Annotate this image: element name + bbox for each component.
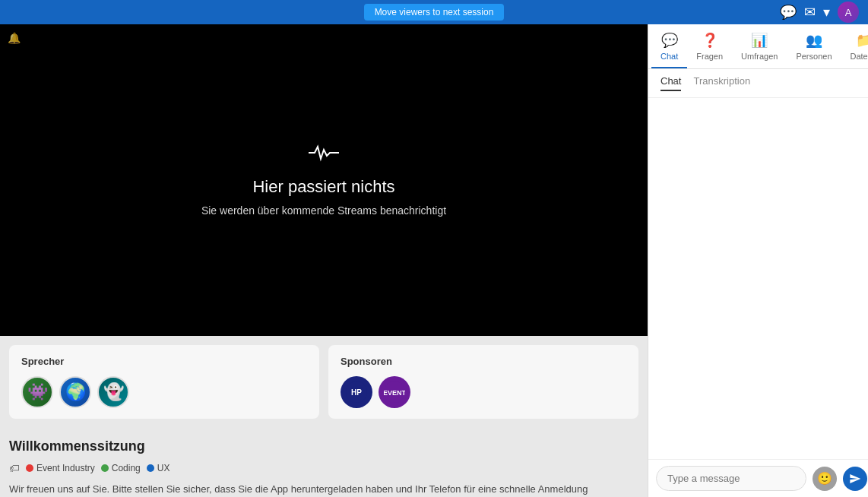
tag-coding[interactable]: Coding: [101, 463, 141, 473]
avatar[interactable]: A: [838, 2, 859, 23]
emoji-button[interactable]: 🙂: [813, 467, 837, 491]
video-title: Hier passiert nichts: [252, 177, 394, 197]
pulse-icon: [309, 144, 339, 165]
left-panel: 🔔 Hier passiert nichts Sie werden über k…: [0, 24, 648, 497]
umfragen-tab-icon: 📊: [751, 32, 768, 49]
session-title: Willkommenssitzung: [9, 438, 638, 454]
tag-dot-red: [26, 464, 33, 472]
umfragen-tab-label: Umfragen: [741, 52, 778, 61]
tab-chat[interactable]: 💬 Chat: [651, 24, 687, 68]
personen-tab-icon: 👥: [806, 32, 822, 49]
tag-label-event: Event Industry: [36, 463, 95, 473]
chat-input[interactable]: [656, 466, 806, 491]
move-viewers-button[interactable]: Move viewers to next session: [364, 4, 505, 21]
sponsor-logo-1[interactable]: HP: [341, 376, 372, 408]
sponsors-card: Sponsoren HP EVENT: [328, 345, 638, 419]
tags-row: 🏷 Event Industry Coding UX: [9, 462, 638, 474]
tag-ux[interactable]: UX: [147, 463, 170, 473]
svg-text:EVENT: EVENT: [384, 389, 405, 397]
chat-subtab-chat[interactable]: Chat: [661, 75, 681, 91]
speakers-card: Sprecher 👾 🌍 👻: [9, 345, 319, 419]
tag-label-coding: Coding: [112, 463, 141, 473]
sponsors-title: Sponsoren: [341, 356, 626, 367]
chevron-down-icon[interactable]: ▾: [823, 4, 830, 21]
video-area: 🔔 Hier passiert nichts Sie werden über k…: [0, 24, 648, 336]
topbar: Move viewers to next session 💬 ✉ ▾ A: [0, 0, 868, 24]
chat-bubble-icon[interactable]: 💬: [780, 4, 797, 21]
session-description: Wir freuen uns auf Sie. Bitte stellen Si…: [9, 482, 638, 497]
tab-dateien[interactable]: 📁 Dateien: [841, 24, 869, 68]
tag-event-industry[interactable]: Event Industry: [26, 463, 95, 473]
send-button[interactable]: [843, 467, 867, 491]
dateien-tab-label: Dateien: [851, 52, 869, 61]
sponsor-logo-2[interactable]: EVENT: [379, 376, 410, 408]
tag-dot-blue: [147, 464, 154, 472]
chat-input-area: 🙂: [648, 459, 868, 497]
chat-subtab-transkription[interactable]: Transkription: [693, 75, 750, 91]
mail-icon[interactable]: ✉: [804, 4, 816, 21]
chat-tab-icon: 💬: [661, 32, 678, 49]
svg-text:HP: HP: [351, 388, 362, 397]
sponsors-logos: HP EVENT: [341, 376, 626, 408]
main-content: 🔔 Hier passiert nichts Sie werden über k…: [0, 24, 868, 497]
corner-bell-icon: 🔔: [8, 32, 21, 44]
speaker-avatar-2[interactable]: 🌍: [59, 376, 91, 408]
chat-subtabs: Chat Transkription: [648, 69, 868, 98]
fragen-tab-label: Fragen: [696, 52, 723, 61]
info-sections: Sprecher 👾 🌍 👻 Sponsoren HP EVENT: [0, 336, 648, 428]
right-panel: 💬 Chat ❓ Fragen 📊 Umfragen 👥 Personen 📁 …: [648, 24, 868, 497]
session-info: Willkommenssitzung 🏷 Event Industry Codi…: [0, 428, 648, 497]
fragen-tab-icon: ❓: [702, 32, 718, 49]
topbar-right-icons: 💬 ✉ ▾ A: [780, 2, 859, 23]
tab-fragen[interactable]: ❓ Fragen: [687, 24, 732, 68]
chat-tab-label: Chat: [661, 52, 678, 61]
dateien-tab-icon: 📁: [856, 32, 868, 49]
chat-messages: [648, 98, 868, 459]
tag-label-ux: UX: [157, 463, 170, 473]
tab-personen[interactable]: 👥 Personen: [787, 24, 841, 68]
speakers-avatars: 👾 🌍 👻: [21, 376, 307, 408]
personen-tab-label: Personen: [796, 52, 832, 61]
tag-dot-green: [101, 464, 109, 472]
tag-icon: 🏷: [9, 462, 20, 474]
tab-umfragen[interactable]: 📊 Umfragen: [732, 24, 787, 68]
sidebar-tabs: 💬 Chat ❓ Fragen 📊 Umfragen 👥 Personen 📁 …: [648, 24, 868, 69]
speaker-avatar-1[interactable]: 👾: [21, 376, 53, 408]
video-subtitle: Sie werden über kommende Streams benachr…: [201, 204, 446, 217]
speakers-title: Sprecher: [21, 356, 307, 367]
speaker-avatar-3[interactable]: 👻: [97, 376, 129, 408]
